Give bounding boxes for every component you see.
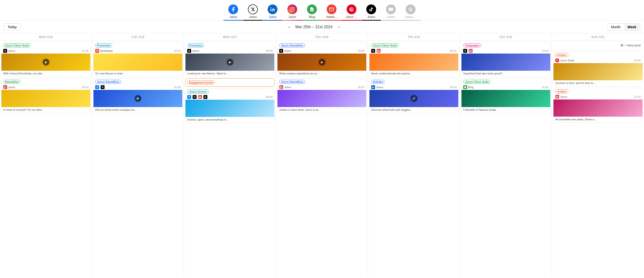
- post-card[interactable]: Engagement posts: [185, 78, 274, 87]
- post-card[interactable]: Jusco Smoothies 15:59 ▶ Did you know som…: [93, 78, 182, 113]
- post-card[interactable]: recipes Jusco Soda 15:42 Summer is here,…: [553, 52, 643, 86]
- post-meta: 15:59: [94, 85, 182, 90]
- day-body-fri: Jusco Citrus Soda 20:41 Never underestim…: [368, 40, 460, 277]
- play-icon: ▶: [137, 97, 139, 100]
- x-platform-icon: [279, 49, 283, 53]
- calendar-grid: MON 3/25 Jusco Citrus Soda Jusco 11:45 ▶: [0, 33, 644, 277]
- post-meta: Jusco 20:41: [2, 85, 90, 90]
- post-card[interactable]: Jusco Citrus Soda 20:41 Never underestim…: [369, 42, 458, 77]
- svg-rect-8: [4, 86, 6, 88]
- nav-item-linkedin[interactable]: Jusco: [263, 2, 282, 21]
- post-image: [370, 54, 458, 71]
- post-card[interactable]: Jusco Citrus Soda Jusco 11:45 ▶ With #Ju…: [1, 42, 90, 77]
- week-view-button[interactable]: Week: [624, 23, 640, 30]
- nav-item-youtube[interactable]: Jusco: [381, 2, 401, 21]
- day-col-thu: THU 3/28 Jusco Smoothies Jusco 20:45 ▶ W: [276, 33, 368, 277]
- account-name: Jusco: [192, 49, 199, 52]
- account-name: Jusco: [560, 95, 567, 98]
- post-tag: Smoothies: [3, 80, 20, 84]
- post-card[interactable]: Smoothies Jusco 20:41 In need of a boost…: [1, 78, 90, 113]
- nav-item-facebook[interactable]: Jusco: [223, 2, 243, 21]
- nav-item-pinterest[interactable]: Jusco ...: [342, 2, 361, 21]
- post-image: [554, 100, 642, 117]
- post-time: 20:45: [358, 49, 364, 52]
- next-week-button[interactable]: →: [336, 24, 341, 30]
- post-time: 20:41: [82, 86, 88, 89]
- post-image-wrap: [554, 63, 642, 80]
- month-view-button[interactable]: Month: [608, 23, 624, 30]
- tiktok-icon: [366, 4, 376, 14]
- play-icon: ▶: [321, 61, 323, 64]
- post-image-wrap: ▶: [186, 54, 274, 71]
- link-badge: 🔗: [410, 95, 418, 102]
- day-header-mon: MON 3/25: [0, 33, 92, 40]
- post-card[interactable]: recipes Jusco 21:42 All smoothies are pr…: [553, 88, 643, 123]
- post-card[interactable]: Jusco Citrus Soda Blog 15:42 5 Benefits …: [461, 78, 550, 113]
- post-card[interactable]: Jusco Smoothies Jusco 20:47 Justice is d…: [277, 78, 366, 113]
- post-time: 20:41: [450, 49, 456, 52]
- post-time: 11:45: [82, 49, 88, 52]
- post-text: What creative ingredients do yo...: [278, 71, 366, 77]
- nav-item-tiktok[interactable]: Jusco: [361, 2, 381, 21]
- post-time: 15:59: [266, 49, 272, 52]
- post-meta: Jusco 21:42: [554, 94, 642, 100]
- post-card[interactable]: Campaigns 12:42 Superfood that also look…: [461, 42, 550, 77]
- ig-platform-icon: [555, 95, 559, 99]
- day-body-tue: Promotion Newsletter 15:42 SJ: new flavo…: [92, 40, 184, 277]
- post-text: With #JuscoCitrusSoda, you alw...: [2, 71, 90, 77]
- day-col-mon: MON 3/25 Jusco Citrus Soda Jusco 11:45 ▶: [0, 33, 92, 277]
- nav-item-blog[interactable]: Blog: [302, 2, 322, 21]
- post-meta: Jusco 20:45: [278, 48, 366, 54]
- post-text: Justice is done when Jusco is se...: [278, 107, 366, 113]
- account-name: Jusco: [284, 49, 291, 52]
- post-image-wrap: ▶: [278, 54, 366, 71]
- nav-underline-youtube: [381, 20, 401, 21]
- post-image: [2, 90, 90, 107]
- facebook-icon: [228, 4, 238, 14]
- post-card[interactable]: Promotion Newsletter 15:42 SJ: new flavo…: [93, 42, 182, 77]
- svg-rect-12: [199, 96, 201, 98]
- post-tag: Promotion: [95, 43, 112, 47]
- twitter-icon: [248, 4, 258, 14]
- svg-point-9: [5, 87, 6, 87]
- nav-item-instagram[interactable]: Jusco: [282, 2, 302, 21]
- nav-item-newsletter[interactable]: Newsl...: [322, 2, 342, 21]
- post-image: [554, 63, 642, 80]
- nav-item-twitter[interactable]: Jusco: [243, 2, 263, 21]
- post-image: [462, 90, 550, 107]
- new-post-label: + New post: [624, 43, 640, 47]
- day-header-wed: WED 3/27: [184, 33, 276, 40]
- new-post-button[interactable]: ⊕ + New post: [619, 42, 642, 48]
- nav-underline-twitter: [243, 20, 263, 21]
- day-col-wed: WED 3/27 Promotion Jusco 15:59 ▶ Looking: [184, 33, 276, 277]
- post-tag: recipes: [555, 53, 568, 57]
- post-tag: Jusco Greens: [187, 90, 208, 94]
- pt-platform-icon: [555, 58, 559, 62]
- day-body-sun: recipes Jusco Soda 15:42 Summer is here,…: [552, 50, 644, 277]
- svg-point-18: [372, 86, 373, 87]
- post-card[interactable]: Promotion Jusco 15:59 ▶ Looking for new …: [185, 42, 274, 77]
- post-card[interactable]: Jusco Smoothies Jusco 20:45 ▶ What creat…: [277, 42, 366, 77]
- post-tag: Engagement posts: [187, 81, 215, 85]
- ig-platform-icon: [198, 95, 202, 99]
- day-header-thu: THU 3/28: [276, 33, 368, 40]
- post-text: 5 Benefits of Natural Sodas: [462, 107, 550, 113]
- today-button[interactable]: Today: [4, 23, 20, 31]
- post-tag: recipes: [555, 89, 568, 93]
- video-badge: ▶: [42, 59, 50, 66]
- post-card[interactable]: Articles Jusco 20:43 🔗 Discover what fru…: [369, 78, 458, 113]
- ig-platform-icon: [376, 49, 380, 53]
- post-meta: Blog 15:42: [462, 85, 550, 90]
- svg-point-13: [200, 97, 200, 97]
- post-meta: 12:42: [462, 48, 550, 54]
- post-image: [278, 90, 366, 107]
- prev-week-button[interactable]: ←: [287, 24, 291, 30]
- nav-underline-pinterest: [342, 20, 361, 21]
- day-header-fri: FRI 3/29: [368, 33, 460, 40]
- nav-item-google[interactable]: Jusco ...: [401, 2, 421, 21]
- svg-rect-16: [378, 50, 380, 52]
- day-col-sat: SAT 3/30 Campaigns 12:42: [460, 33, 552, 277]
- fb-platform-icon: [95, 85, 99, 89]
- account-name: Jusco: [8, 86, 15, 89]
- post-card[interactable]: Jusco Greens 20:44: [185, 88, 274, 123]
